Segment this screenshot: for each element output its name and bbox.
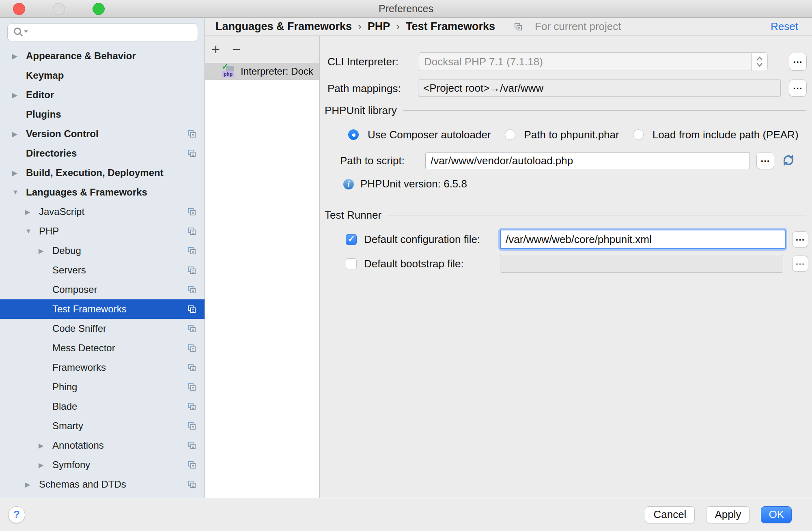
sidebar-item-annotations[interactable]: ▶Annotations: [0, 436, 205, 455]
sidebar-item-composer[interactable]: Composer: [0, 280, 205, 299]
sidebar-item-blade[interactable]: Blade: [0, 397, 205, 416]
sidebar-item-symfony[interactable]: ▶Symfony: [0, 455, 205, 475]
current-project-icon: [187, 207, 196, 216]
sidebar-item-label: Symfony: [52, 459, 90, 471]
remove-interpreter-button[interactable]: −: [232, 42, 241, 57]
chevron-right-icon[interactable]: ▶: [12, 130, 26, 138]
sidebar-item-mess-detector[interactable]: Mess Detector: [0, 338, 205, 358]
sidebar-item-directories[interactable]: Directories: [0, 144, 205, 163]
cancel-button[interactable]: Cancel: [645, 506, 695, 523]
sidebar-item-label: Annotations: [52, 440, 104, 451]
path-to-script-value: /var/www/vendor/autoload.php: [431, 155, 573, 167]
path-to-script-browse-button[interactable]: ...: [756, 152, 774, 169]
apply-button[interactable]: Apply: [706, 506, 750, 523]
cli-interpreter-select[interactable]: Docksal PHP 7.1 (7.1.18): [418, 52, 768, 71]
breadcrumb-segment[interactable]: PHP: [368, 20, 390, 33]
phpunit-version-row: i PHPUnit version: 6.5.8: [343, 178, 467, 190]
current-project-icon: [187, 421, 196, 430]
sidebar-item-phing[interactable]: Phing: [0, 377, 205, 397]
chevron-right-icon[interactable]: ▶: [25, 481, 39, 488]
path-to-script-field[interactable]: /var/www/vendor/autoload.php: [425, 152, 750, 169]
cli-interpreter-browse-button[interactable]: ...: [789, 53, 807, 71]
sidebar-item-version-control[interactable]: ▶Version Control: [0, 124, 205, 144]
search-dropdown-arrow: [24, 30, 28, 33]
default-bootstrap-browse-button[interactable]: ...: [792, 256, 808, 272]
current-project-icon: [187, 266, 196, 275]
sidebar-item-label: Smarty: [52, 420, 83, 432]
reset-link[interactable]: Reset: [771, 20, 798, 33]
phpunit-source-radio-group: Use Composer autoloaderPath to phpunit.p…: [348, 125, 799, 144]
interpreter-list-item[interactable]: ✓ php Interpreter: Dock: [205, 63, 319, 80]
sidebar-item-keymap[interactable]: Keymap: [0, 66, 205, 85]
sidebar-item-javascript[interactable]: ▶JavaScript: [0, 202, 205, 221]
sidebar-item-appearance-behavior[interactable]: ▶Appearance & Behavior: [0, 46, 205, 66]
breadcrumb-separator: ›: [396, 20, 400, 33]
chevron-right-icon[interactable]: ▶: [39, 247, 52, 255]
chevron-down-icon[interactable]: ▼: [25, 228, 39, 235]
current-project-icon: [187, 324, 196, 333]
default-bootstrap-field: [500, 255, 783, 273]
sidebar-item-label: Phing: [52, 381, 77, 393]
sidebar-item-code-sniffer[interactable]: Code Sniffer: [0, 319, 205, 338]
current-project-icon: [187, 363, 196, 372]
current-project-icon: [187, 305, 196, 314]
sidebar-item-plugins[interactable]: Plugins: [0, 105, 205, 124]
cli-interpreter-label: CLI Interpreter:: [327, 52, 398, 71]
title-bar: Preferences: [0, 0, 812, 18]
radio-label: Load from include path (PEAR): [653, 129, 799, 141]
interpreter-label: Interpreter: Dock: [241, 66, 313, 77]
chevron-right-icon[interactable]: ▶: [25, 208, 39, 216]
path-mappings-field[interactable]: <Project root>→/var/www: [418, 80, 781, 97]
search-input[interactable]: [7, 24, 198, 41]
chevron-right-icon[interactable]: ▶: [12, 91, 26, 99]
sidebar-item-label: PHP: [39, 226, 59, 237]
sidebar-item-debug[interactable]: ▶Debug: [0, 241, 205, 260]
radio-button-icon: [348, 129, 359, 140]
sidebar-item-label: Editor: [26, 89, 54, 101]
current-project-icon: [187, 383, 196, 391]
sidebar-tree: ▶Appearance & BehaviorKeymap▶EditorPlugi…: [0, 46, 205, 494]
current-project-icon: [187, 246, 196, 255]
sidebar-item-build-execution-deployment[interactable]: ▶Build, Execution, Deployment: [0, 163, 205, 183]
breadcrumb-bar: Languages & Frameworks › PHP › Test Fram…: [205, 18, 812, 36]
sidebar-item-editor[interactable]: ▶Editor: [0, 85, 205, 105]
chevron-down-icon[interactable]: ▼: [12, 189, 26, 196]
sidebar-item-php[interactable]: ▼PHP: [0, 221, 205, 241]
sidebar-item-frameworks[interactable]: Frameworks: [0, 358, 205, 377]
sidebar-item-smarty[interactable]: Smarty: [0, 416, 205, 436]
current-project-icon: [514, 22, 523, 31]
ok-button[interactable]: OK: [761, 506, 792, 523]
sidebar-item-test-frameworks[interactable]: Test Frameworks: [0, 299, 205, 319]
sidebar-item-label: Servers: [52, 264, 86, 276]
default-config-field[interactable]: /var/www/web/core/phpunit.xml: [500, 230, 786, 249]
refresh-icon[interactable]: [782, 153, 795, 168]
default-config-browse-button[interactable]: ...: [792, 231, 808, 247]
scope-indicator: For current project: [514, 20, 621, 33]
path-mappings-browse-button[interactable]: ...: [789, 80, 807, 97]
chevron-right-icon[interactable]: ▶: [39, 461, 52, 469]
breadcrumb-segment[interactable]: Test Frameworks: [406, 20, 495, 33]
scope-label: For current project: [535, 20, 621, 33]
chevron-right-icon[interactable]: ▶: [39, 442, 52, 449]
radio-path-to-phpunit-phar[interactable]: Path to phpunit.phar: [505, 129, 619, 141]
default-bootstrap-checkbox[interactable]: [346, 258, 357, 269]
stepper-icon[interactable]: [751, 53, 767, 71]
sidebar-item-label: Build, Execution, Deployment: [26, 167, 164, 178]
radio-use-composer-autoloader[interactable]: Use Composer autoloader: [348, 129, 491, 141]
sidebar-item-languages-frameworks[interactable]: ▼Languages & Frameworks: [0, 183, 205, 202]
sidebar-item-label: Composer: [52, 284, 97, 295]
default-config-checkbox[interactable]: [346, 234, 357, 245]
sidebar-item-schemas-and-dtds[interactable]: ▶Schemas and DTDs: [0, 475, 205, 494]
add-interpreter-button[interactable]: +: [211, 42, 220, 57]
current-project-icon: [187, 149, 196, 158]
sidebar-item-label: Keymap: [26, 70, 64, 81]
default-config-label: Default configuration file:: [364, 233, 480, 246]
sidebar-item-servers[interactable]: Servers: [0, 260, 205, 280]
chevron-right-icon[interactable]: ▶: [12, 169, 26, 177]
chevron-right-icon[interactable]: ▶: [12, 52, 26, 60]
radio-load-from-include-path-pear[interactable]: Load from include path (PEAR): [633, 129, 799, 141]
breadcrumb-segment[interactable]: Languages & Frameworks: [215, 20, 352, 33]
help-button[interactable]: ?: [8, 506, 25, 523]
path-mappings-value: <Project root>→/var/www: [423, 82, 543, 95]
radio-label: Use Composer autoloader: [368, 129, 491, 141]
